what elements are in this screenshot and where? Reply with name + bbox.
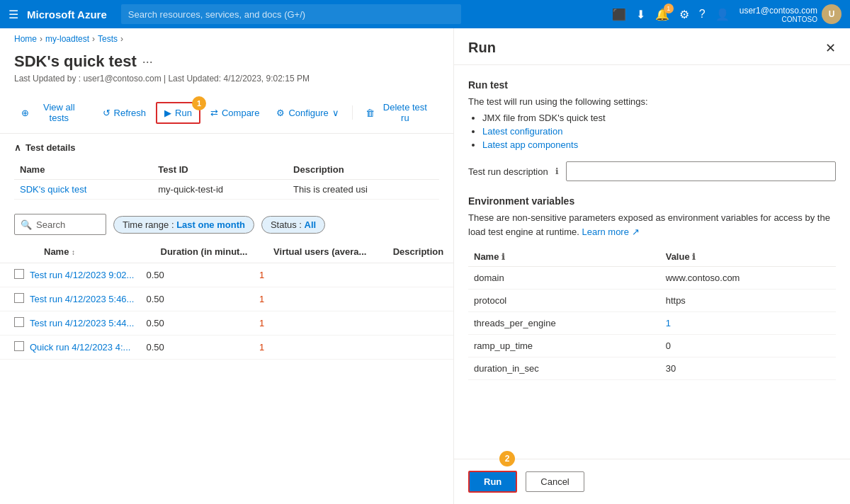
run-name-1[interactable]: Test run 4/12/2023 9:02... bbox=[30, 263, 147, 287]
details-col-name: Name bbox=[14, 160, 152, 180]
env-col-value: Value ℹ bbox=[660, 247, 836, 267]
env-name-threads: threads_per_engine bbox=[468, 312, 660, 335]
latest-app-link[interactable]: Latest app components bbox=[482, 139, 578, 150]
run-name-3[interactable]: Test run 4/12/2023 5:44... bbox=[30, 311, 147, 336]
configure-icon: ⚙ bbox=[276, 108, 285, 118]
runs-table: Name ↕ Duration (in minut... Virtual use… bbox=[0, 241, 453, 360]
notification-icon[interactable]: 🔔 1 bbox=[655, 8, 669, 21]
avatar[interactable]: U bbox=[822, 4, 842, 24]
cloud-shell-icon[interactable]: ⬛ bbox=[612, 8, 626, 21]
page-header: SDK's quick test ··· Last Updated by : u… bbox=[0, 50, 453, 92]
azure-logo: Microsoft Azure bbox=[27, 8, 107, 21]
env-name-domain: domain bbox=[468, 267, 660, 290]
user-info[interactable]: user1@contoso.com CONTOSO U bbox=[740, 4, 842, 24]
col-duration: Duration (in minut... bbox=[147, 241, 260, 263]
view-all-tests-button[interactable]: ⊕ View all tests bbox=[14, 98, 93, 127]
status-filter[interactable]: Status : All bbox=[261, 216, 325, 234]
step-1-badge: 1 bbox=[192, 96, 206, 110]
env-value-ramp: 0 bbox=[660, 335, 836, 357]
col-virtual-users: Virtual users (avera... bbox=[259, 241, 379, 263]
toolbar-separator bbox=[352, 105, 353, 120]
view-all-tests-label: View all tests bbox=[33, 102, 86, 123]
learn-more-link[interactable]: Learn more ↗ bbox=[582, 227, 639, 237]
run-label: Run bbox=[175, 108, 192, 118]
env-name-ramp: ramp_up_time bbox=[468, 335, 660, 357]
configure-chevron-icon: ∨ bbox=[332, 108, 339, 118]
feedback-icon[interactable]: ⬇ bbox=[636, 8, 645, 21]
env-row-duration: duration_in_sec 30 bbox=[468, 357, 836, 380]
search-placeholder-text[interactable]: Search bbox=[36, 219, 65, 230]
time-range-filter[interactable]: Time range : Last one month bbox=[113, 216, 254, 234]
global-search-input[interactable] bbox=[121, 4, 461, 24]
user-feedback-icon[interactable]: 👤 bbox=[715, 8, 730, 21]
compare-icon: ⇄ bbox=[210, 108, 218, 118]
row-checkbox-2[interactable] bbox=[14, 293, 24, 303]
breadcrumb-loadtest[interactable]: my-loadtest bbox=[45, 34, 89, 44]
row-checkbox-4[interactable] bbox=[14, 341, 24, 351]
run-users-3: 1 bbox=[259, 311, 379, 336]
breadcrumb-home[interactable]: Home bbox=[14, 34, 37, 44]
panel-body: Run test The test will run using the fol… bbox=[454, 65, 850, 459]
breadcrumb-sep-2: › bbox=[92, 34, 95, 44]
row-checkbox-3[interactable] bbox=[14, 317, 24, 327]
settings-icon[interactable]: ⚙ bbox=[679, 8, 689, 21]
delete-button[interactable]: 🗑 Delete test ru bbox=[358, 98, 439, 127]
test-name-cell[interactable]: SDK's quick test bbox=[14, 180, 152, 200]
run-desc-2 bbox=[379, 287, 453, 311]
refresh-button[interactable]: ↺ Refresh bbox=[96, 103, 154, 122]
run-desc-4 bbox=[379, 336, 453, 360]
hamburger-menu[interactable]: ☰ bbox=[8, 8, 18, 21]
list-item: Latest configuration bbox=[482, 126, 836, 137]
delete-label: Delete test ru bbox=[378, 102, 432, 123]
col-name[interactable]: Name ↕ bbox=[30, 241, 147, 263]
time-range-label: Time range : bbox=[123, 219, 174, 230]
env-value-info-icon[interactable]: ℹ bbox=[692, 252, 696, 262]
more-options-button[interactable]: ··· bbox=[142, 55, 153, 69]
time-range-value: Last one month bbox=[176, 219, 245, 230]
run-icon: ▶ bbox=[164, 108, 171, 118]
view-all-tests-icon: ⊕ bbox=[21, 108, 29, 118]
configure-button[interactable]: ⚙ Configure ∨ bbox=[269, 103, 346, 122]
row-checkbox-1[interactable] bbox=[14, 269, 24, 279]
run-name-4[interactable]: Quick run 4/12/2023 4:... bbox=[30, 336, 147, 360]
run-users-2: 1 bbox=[259, 287, 379, 311]
env-value-domain: www.contoso.com bbox=[660, 267, 836, 290]
search-input-wrapper: 🔍 Search bbox=[14, 214, 106, 235]
run-duration-3: 0.50 bbox=[147, 311, 260, 336]
panel-cancel-button[interactable]: Cancel bbox=[526, 471, 584, 492]
env-value-threads[interactable]: 1 bbox=[660, 312, 836, 335]
col-name-label: Name bbox=[44, 246, 69, 257]
filter-bar: 🔍 Search Time range : Last one month Sta… bbox=[0, 208, 453, 241]
refresh-icon: ↺ bbox=[103, 108, 110, 118]
notification-badge: 1 bbox=[664, 4, 674, 13]
panel-run-button[interactable]: Run bbox=[468, 471, 517, 493]
test-details-header[interactable]: ∧ Test details bbox=[14, 142, 439, 153]
compare-label: Compare bbox=[222, 108, 259, 118]
configure-label: Configure bbox=[288, 108, 328, 118]
env-name-info-icon[interactable]: ℹ bbox=[502, 252, 505, 262]
env-variables-label: Environment variables bbox=[468, 195, 836, 207]
test-details-table: Name Test ID Description SDK's quick tes… bbox=[14, 160, 439, 200]
env-row-threads: threads_per_engine 1 bbox=[468, 312, 836, 335]
test-id-cell: my-quick-test-id bbox=[152, 180, 288, 200]
run-duration-2: 0.50 bbox=[147, 287, 260, 311]
compare-button[interactable]: ⇄ Compare bbox=[203, 103, 266, 122]
description-info-icon[interactable]: ℹ bbox=[555, 166, 559, 176]
table-row: Test run 4/12/2023 5:44... 0.50 1 bbox=[0, 311, 453, 336]
run-desc-1 bbox=[379, 263, 453, 287]
table-row: Test run 4/12/2023 9:02... 0.50 1 bbox=[0, 263, 453, 287]
breadcrumb-sep-3: › bbox=[120, 34, 123, 44]
run-duration-1: 0.50 bbox=[147, 263, 260, 287]
run-users-1: 1 bbox=[259, 263, 379, 287]
latest-config-link[interactable]: Latest configuration bbox=[482, 126, 562, 137]
col-checkbox bbox=[0, 241, 30, 263]
test-details-chevron-icon: ∧ bbox=[14, 142, 21, 153]
test-run-description-input[interactable] bbox=[566, 161, 836, 181]
run-name-2[interactable]: Test run 4/12/2023 5:46... bbox=[30, 287, 147, 311]
test-desc-cell: This is created usi bbox=[288, 180, 439, 200]
run-info-list: JMX file from SDK's quick test Latest co… bbox=[468, 113, 836, 150]
close-panel-button[interactable]: ✕ bbox=[825, 40, 836, 56]
breadcrumb-tests[interactable]: Tests bbox=[98, 34, 118, 44]
env-value-protocol: https bbox=[660, 290, 836, 312]
help-icon[interactable]: ? bbox=[699, 8, 706, 21]
